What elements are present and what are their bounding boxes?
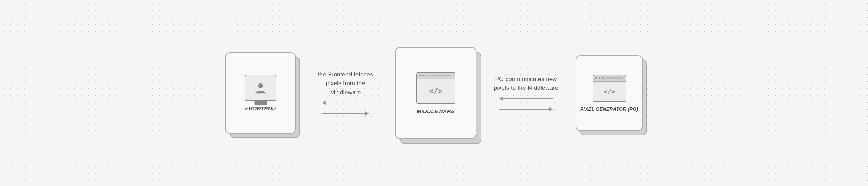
code-tag-icon-pg: </> — [604, 88, 615, 95]
arrowhead-right-icon — [549, 107, 553, 112]
monitor-stand — [252, 107, 269, 108]
browser-dot-1 — [595, 77, 597, 79]
pg-card: </> PIXEL GENERATOR (PG) — [576, 55, 643, 131]
connector1-text: the Frontend fetches pixels from the Mid… — [310, 70, 381, 97]
arrow-shaft — [322, 113, 365, 114]
frontend-component: FRONTEND — [225, 52, 296, 134]
connector-frontend-middleware: the Frontend fetches pixels from the Mid… — [310, 70, 381, 116]
arrowhead-left-icon — [499, 96, 503, 101]
middleware-card: </> MIDDLEWARE — [395, 47, 476, 139]
browser-dot-1 — [419, 75, 421, 76]
monitor-icon — [245, 75, 276, 101]
middleware-component: </> MIDDLEWARE — [395, 47, 476, 139]
svg-point-0 — [258, 83, 263, 88]
arrow-shaft-wide — [499, 109, 549, 110]
browser-dot-3 — [426, 75, 427, 76]
browser-header — [417, 73, 455, 79]
browser-body: </> — [417, 79, 455, 103]
right-arrow-1 — [322, 111, 369, 116]
browser-address-bar-pg — [605, 77, 623, 79]
browser-dot-3 — [602, 77, 604, 79]
browser-address-bar — [429, 75, 452, 76]
code-tag-icon: </> — [429, 87, 443, 95]
browser-body-pg: </> — [593, 82, 626, 101]
arrowhead-right-icon — [365, 111, 369, 116]
frontend-card: FRONTEND — [225, 52, 296, 134]
architecture-diagram: FRONTEND the Frontend fetches pixels fro… — [225, 47, 643, 139]
double-arrow-2 — [499, 96, 553, 112]
browser-dot-2 — [422, 75, 424, 76]
browser-code-icon-middleware: </> — [416, 72, 455, 104]
frontend-label: FRONTEND — [245, 105, 276, 111]
arrowhead-left-icon — [322, 100, 326, 105]
connector-middleware-pg: PG communicates new pixels to the Middle… — [491, 75, 561, 112]
pg-label: PIXEL GENERATOR (PG) — [580, 106, 638, 112]
left-arrow-1 — [322, 100, 369, 105]
arrow-shaft — [326, 103, 369, 103]
middleware-label: MIDDLEWARE — [417, 108, 455, 114]
pixel-generator-component: </> PIXEL GENERATOR (PG) — [576, 55, 643, 131]
right-arrow-2 — [499, 107, 553, 112]
left-arrow-2 — [499, 96, 553, 101]
person-icon — [254, 81, 267, 95]
browser-dot-2 — [599, 77, 600, 79]
arrow-shaft-wide — [503, 98, 553, 99]
connector2-text: PG communicates new pixels to the Middle… — [491, 75, 561, 93]
browser-header-pg — [593, 75, 626, 82]
browser-code-icon-pg: </> — [593, 75, 626, 102]
double-arrow-1 — [322, 100, 369, 116]
